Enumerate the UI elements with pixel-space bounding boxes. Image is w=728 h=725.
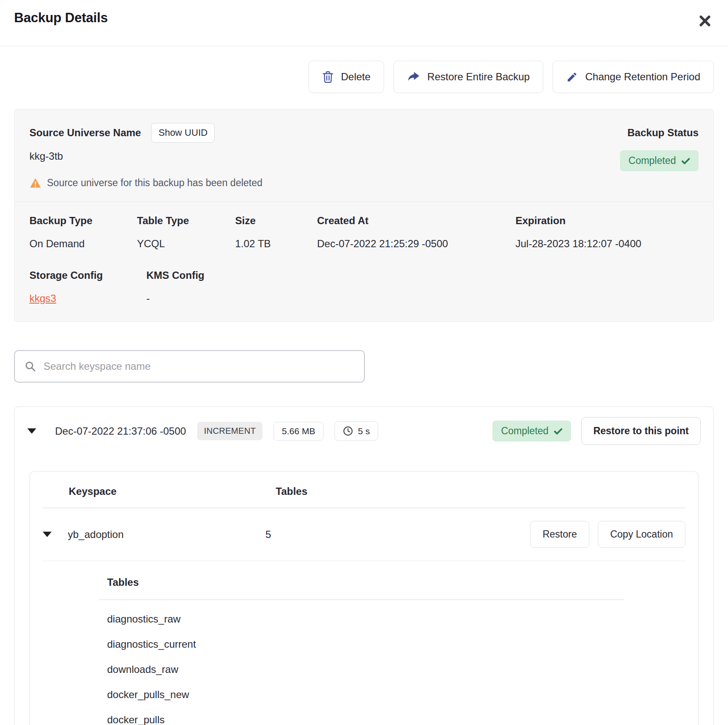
delete-button[interactable]: Delete: [309, 61, 384, 93]
pencil-icon: [566, 71, 578, 83]
search-input[interactable]: [44, 360, 355, 372]
table-name-item: diagnostics_current: [107, 638, 698, 650]
increment-status-value: Completed: [501, 425, 548, 437]
increment-expand-toggle[interactable]: [27, 428, 36, 434]
table-type-label: Table Type: [137, 215, 235, 227]
restore-entire-backup-button[interactable]: Restore Entire Backup: [393, 61, 543, 93]
tables-column-header: Tables: [276, 485, 307, 497]
check-icon: [681, 158, 690, 164]
keyspace-expand-toggle[interactable]: [43, 532, 52, 537]
trash-icon: [322, 71, 334, 83]
tables-subsection: Tables diagnostics_raw diagnostics_curre…: [30, 561, 698, 725]
increment-backup-card: Dec-07-2022 21:37:06 -0500 INCREMENT 5.6…: [14, 406, 714, 725]
restore-to-this-point-button[interactable]: Restore to this point: [581, 417, 701, 445]
keyspace-search: [14, 350, 365, 383]
restore-entire-backup-label: Restore Entire Backup: [427, 71, 530, 83]
backup-summary-panel: Source Universe Name Show UUID Backup St…: [14, 109, 714, 322]
increment-type-badge: INCREMENT: [197, 422, 263, 440]
kms-config-label: KMS Config: [146, 269, 204, 281]
backup-status-label: Backup Status: [627, 127, 699, 139]
tables-subsection-header: Tables: [107, 576, 139, 588]
keyspace-table-count: 5: [265, 529, 271, 541]
backup-type-value: On Demand: [29, 238, 84, 249]
caret-down-icon: [27, 428, 36, 434]
keyspace-name: yb_adoption: [68, 529, 265, 541]
clock-icon: [343, 426, 353, 436]
show-uuid-button[interactable]: Show UUID: [151, 123, 215, 143]
size-value: 1.02 TB: [235, 238, 271, 249]
warning-text: Source universe for this backup has been…: [47, 177, 262, 189]
caret-down-icon: [43, 532, 52, 537]
increment-size-badge: 5.66 MB: [274, 422, 323, 441]
close-icon: [698, 14, 712, 28]
delete-button-label: Delete: [341, 71, 370, 83]
keyspace-table-card: Keyspace Tables yb_adoption 5 Restore Co…: [29, 471, 699, 725]
backup-details-modal: Backup Details Delete: [0, 0, 728, 725]
storage-config-link[interactable]: kkgs3: [29, 292, 56, 304]
search-icon: [24, 360, 36, 372]
increment-timestamp: Dec-07-2022 21:37:06 -0500: [55, 425, 186, 437]
increment-duration-value: 5 s: [358, 426, 370, 436]
source-universe-label: Source Universe Name: [29, 127, 141, 139]
created-at-label: Created At: [317, 215, 515, 227]
increment-header: Dec-07-2022 21:37:06 -0500 INCREMENT 5.6…: [15, 407, 713, 455]
expiration-value: Jul-28-2023 18:12:07 -0400: [515, 238, 641, 249]
table-name-item: diagnostics_raw: [107, 613, 698, 625]
forward-arrow-icon: [407, 71, 420, 82]
action-toolbar: Delete Restore Entire Backup Change Rete…: [0, 61, 728, 93]
created-at-value: Dec-07-2022 21:25:29 -0500: [317, 238, 448, 249]
check-icon: [554, 428, 562, 435]
keyspace-column-header: Keyspace: [69, 485, 276, 497]
expiration-label: Expiration: [515, 215, 699, 227]
size-label: Size: [235, 215, 317, 227]
increment-status-badge: Completed: [492, 421, 571, 441]
kms-config-value: -: [146, 292, 150, 304]
backup-status-value: Completed: [629, 155, 676, 167]
backup-type-label: Backup Type: [29, 215, 137, 227]
table-name-item: downloads_raw: [107, 664, 698, 675]
universe-name: kkg-3tb: [29, 150, 63, 162]
storage-config-label: Storage Config: [29, 269, 146, 281]
universe-deleted-warning: Source universe for this backup has been…: [29, 177, 699, 189]
change-retention-period-label: Change Retention Period: [585, 71, 700, 83]
restore-keyspace-button[interactable]: Restore: [530, 521, 589, 548]
increment-duration-badge: 5 s: [335, 421, 378, 441]
backup-status-badge: Completed: [620, 150, 699, 171]
table-name-item: docker_pulls_new: [107, 689, 698, 701]
change-retention-period-button[interactable]: Change Retention Period: [553, 61, 714, 93]
table-type-value: YCQL: [137, 238, 165, 249]
close-button[interactable]: [696, 12, 714, 30]
warning-icon: [29, 178, 41, 188]
modal-header: Backup Details: [0, 0, 728, 46]
copy-location-button[interactable]: Copy Location: [598, 521, 685, 548]
table-name-item: docker_pulls: [107, 714, 698, 725]
table-row: yb_adoption 5 Restore Copy Location: [30, 508, 698, 561]
tables-subsection-divider: [99, 599, 624, 600]
page-title: Backup Details: [14, 10, 108, 26]
